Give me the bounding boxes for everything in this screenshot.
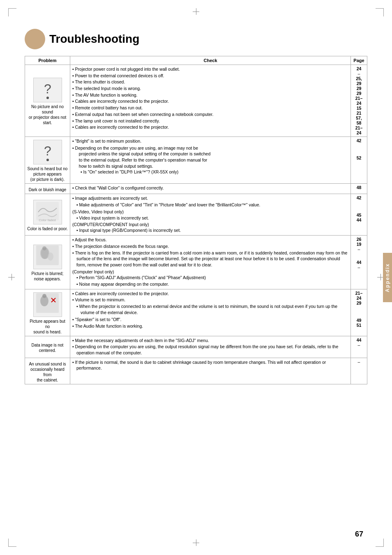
problem-label-5: Picture is blurred;noise appears. xyxy=(27,271,68,282)
page-ref-cell-1: 24 – 25, 29 29 29 21–24 15 21 57, 58 21–… xyxy=(351,65,367,137)
cross-top xyxy=(193,8,199,16)
page-ref-cell-7: 44 – xyxy=(351,336,367,358)
table-row: Dark or bluish image Check that "Wall Co… xyxy=(25,184,367,194)
page-ref-cell-8: – xyxy=(351,358,367,384)
table-row: ? Sound is heard but nopicture appears(o… xyxy=(25,137,367,184)
page-ref: 48 xyxy=(353,185,365,190)
problem-image-5 xyxy=(33,245,62,269)
problem-image-6 xyxy=(33,292,62,317)
problem-label-8: An unusual sound isoccasionally heard fr… xyxy=(27,361,68,383)
list-item: Is "On" selected in "DLP® Link™"? (XR-55… xyxy=(76,169,348,175)
page-ref: 52 xyxy=(353,155,365,160)
check-text: (COMPUTER/COMPONENT Input only) xyxy=(72,222,348,228)
page-ref-cell-3: 48 xyxy=(351,184,367,194)
list-item: The projection distance exceeds the focu… xyxy=(72,243,348,250)
page-ref: 49 xyxy=(353,318,365,323)
table-row: An unusual sound isoccasionally heard fr… xyxy=(25,358,367,384)
page-title: Troubleshooting xyxy=(49,32,139,46)
page-ref: 21–24 xyxy=(353,125,365,135)
header-problem: Problem xyxy=(25,56,70,65)
page-ref: – xyxy=(353,359,365,364)
cross-left xyxy=(8,274,15,281)
problem-label-4: Color is faded or poor. xyxy=(27,226,68,231)
page-ref: – xyxy=(353,265,365,270)
table-row: Picture appears but nosound is heard. Ca… xyxy=(25,289,367,336)
page-ref-cell-4: 42 45 44 xyxy=(351,194,367,236)
check-text: (Computer Input only) xyxy=(72,269,348,275)
check-text: (S-Video, Video Input only) xyxy=(72,209,348,215)
page-ref: 44 xyxy=(353,338,365,342)
list-item: There is fog on the lens. If the project… xyxy=(72,250,348,268)
page-ref: – xyxy=(353,342,365,347)
problem-cell-8: An unusual sound isoccasionally heard fr… xyxy=(25,358,70,384)
page-ref: – xyxy=(353,71,365,76)
problem-image-2: ? xyxy=(33,140,62,164)
page-ref: 26 xyxy=(353,237,365,242)
table-row: Data image is notcentered. Make the nece… xyxy=(25,336,367,358)
title-circle-decoration xyxy=(25,29,45,49)
list-item: External output has not been set when co… xyxy=(72,111,348,118)
list-item: If the picture is normal, the sound is d… xyxy=(72,359,348,371)
page-ref: 19 xyxy=(353,242,365,247)
list-item: Perform "SIG-ADJ" Adjustments ("Clock" a… xyxy=(72,275,348,281)
svg-point-1 xyxy=(46,97,49,99)
page-ref: 42 xyxy=(353,195,365,200)
page-ref: 29 xyxy=(353,86,365,91)
page-ref: 21 xyxy=(353,111,365,116)
troubleshoot-table: Problem Check Page ? No picture and no s… xyxy=(25,56,367,384)
header-page: Page xyxy=(351,56,367,65)
page-ref: 51 xyxy=(353,323,365,328)
page-ref: 25, 29 xyxy=(353,76,365,86)
check-cell-5: Adjust the focus. The projection distanc… xyxy=(70,236,351,289)
list-item: Image adjustments are incorrectly set. xyxy=(72,195,348,201)
corner-mark-tr xyxy=(376,8,384,16)
problem-cell-2: ? Sound is heard but nopicture appears(o… xyxy=(25,137,70,184)
list-item: The selected Input mode is wrong. xyxy=(72,86,348,92)
problem-label-1: No picture and no soundor projector does… xyxy=(27,104,68,125)
page-ref: 45 xyxy=(353,213,365,217)
svg-text:?: ? xyxy=(44,81,51,96)
page-ref: 44 xyxy=(353,217,365,222)
problem-cell-7: Data image is notcentered. xyxy=(25,336,70,358)
list-item: Cables are incorrectly connected to the … xyxy=(72,124,348,130)
check-cell-6: Cables are incorrectly connected to the … xyxy=(70,289,351,336)
problem-image-4: Color faded xyxy=(33,200,62,224)
corner-mark-br xyxy=(376,539,384,547)
check-cell-3: Check that "Wall Color" is configured co… xyxy=(70,184,351,194)
problem-image-1: ? xyxy=(33,78,62,102)
list-item: Remote control battery has run out. xyxy=(72,105,348,111)
cross-bottom xyxy=(193,539,199,547)
problem-cell-1: ? No picture and no soundor projector do… xyxy=(25,65,70,137)
problem-cell-4: Color faded Color is faded or poor. xyxy=(25,194,70,236)
corner-mark-tl xyxy=(8,8,16,16)
list-item: Input signal type (RGB/Component) is inc… xyxy=(72,227,348,234)
list-item: "Bright" is set to minimum position. xyxy=(72,138,348,144)
list-item: The Audio Mute function is working. xyxy=(72,323,348,329)
list-item: Video input system is incorrectly set. xyxy=(72,215,348,221)
page-ref: 21–24 xyxy=(353,291,365,301)
page-ref-cell-6: 21–24 29 49 51 xyxy=(351,289,367,336)
list-item: The AV Mute function is working. xyxy=(72,92,348,98)
list-item: Power to the external connected devices … xyxy=(72,73,348,79)
check-cell-1: Projector power cord is not plugged into… xyxy=(70,65,351,137)
problem-cell-5: Picture is blurred;noise appears. xyxy=(25,236,70,289)
appendix-tab: Appendix xyxy=(383,253,392,302)
page-ref: 42 xyxy=(353,138,365,143)
svg-text:?: ? xyxy=(44,143,51,158)
svg-point-10 xyxy=(42,246,46,250)
page-number: 67 xyxy=(355,530,363,539)
list-item: Volume is set to minimum. xyxy=(72,297,348,303)
svg-point-3 xyxy=(46,159,49,161)
page-ref: – xyxy=(353,247,365,252)
list-item: Make the necessary adjustments of each i… xyxy=(72,338,348,344)
problem-label-3: Dark or bluish image xyxy=(27,187,68,192)
page-ref: 29 xyxy=(353,91,365,96)
page-ref-cell-2: 42 52 xyxy=(351,137,367,184)
page-ref-cell-5: 26 19 – 44 – xyxy=(351,236,367,289)
table-row: Color faded Color is faded or poor. Imag… xyxy=(25,194,367,236)
list-item: Depending on the computer you are using,… xyxy=(72,145,348,175)
page-ref: 24 xyxy=(353,66,365,71)
check-cell-4: Image adjustments are incorrectly set. M… xyxy=(70,194,351,236)
list-item: Adjust the focus. xyxy=(72,237,348,243)
problem-label-6: Picture appears but nosound is heard. xyxy=(27,319,68,335)
